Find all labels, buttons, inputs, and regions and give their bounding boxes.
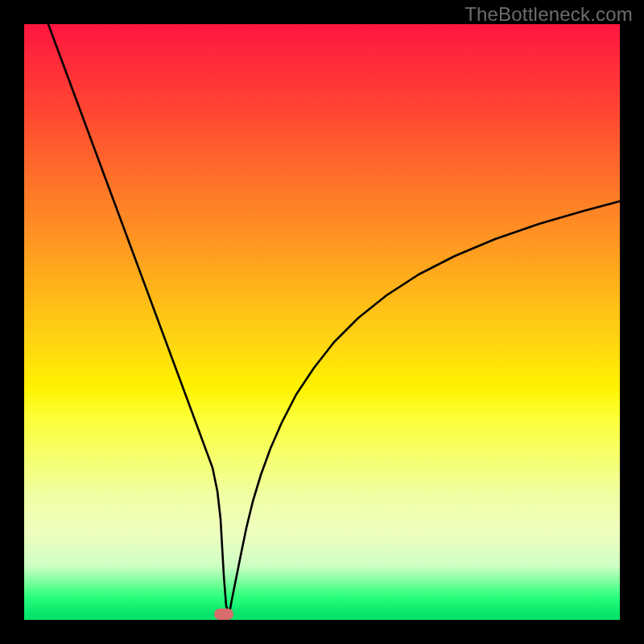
watermark-text: TheBottleneck.com (464, 3, 633, 26)
optimum-marker (214, 609, 233, 620)
bottleneck-curve (24, 24, 620, 620)
